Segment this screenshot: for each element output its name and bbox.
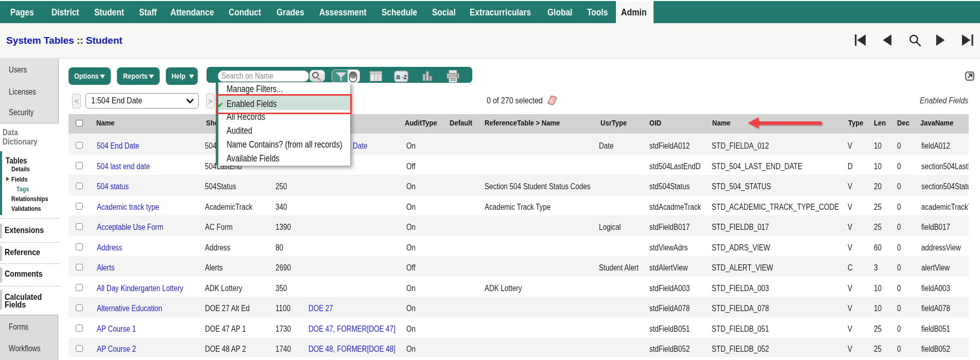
svg-text:z: z xyxy=(404,73,407,81)
